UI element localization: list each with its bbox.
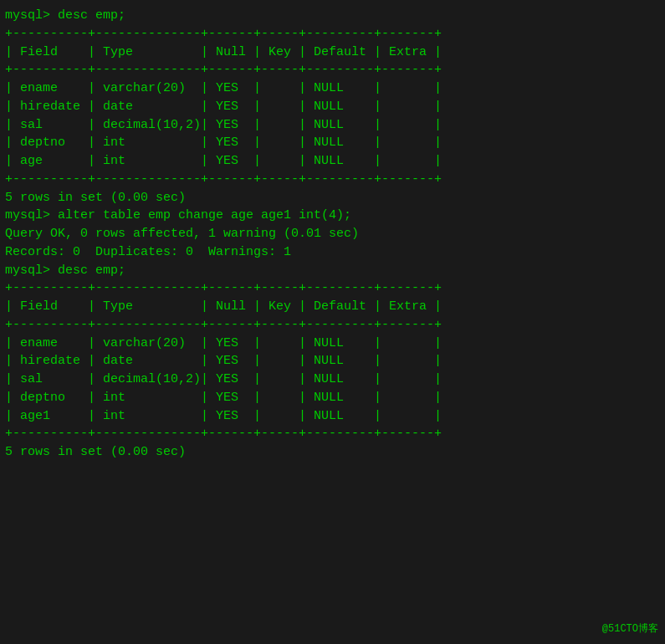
terminal-line: | deptno | int | YES | | NULL | | <box>5 389 660 407</box>
terminal-content: mysql> desc emp;+----------+------------… <box>5 7 660 462</box>
terminal-line: | Field | Type | Null | Key | Default | … <box>5 298 660 316</box>
terminal-line: | Field | Type | Null | Key | Default | … <box>5 43 660 62</box>
terminal-line: mysql> alter table emp change age age1 i… <box>5 207 660 225</box>
terminal-line: mysql> desc emp; <box>5 262 660 280</box>
terminal-line: 5 rows in set (0.00 sec) <box>5 189 660 207</box>
terminal-line: | sal | decimal(10,2)| YES | | NULL | | <box>5 371 660 389</box>
terminal-line: Records: 0 Duplicates: 0 Warnings: 1 <box>5 243 660 262</box>
terminal-line: | hiredate | date | YES | | NULL | | <box>5 352 660 371</box>
terminal-window: mysql> desc emp;+----------+------------… <box>5 7 660 637</box>
terminal-line: Query OK, 0 rows affected, 1 warning (0.… <box>5 225 660 243</box>
terminal-line: | hiredate | date | YES | | NULL | | <box>5 98 660 116</box>
terminal-line: +----------+--------------+------+-----+… <box>5 61 660 79</box>
terminal-line: +----------+--------------+------+-----+… <box>5 279 660 298</box>
terminal-line: | age1 | int | YES | | NULL | | <box>5 407 660 426</box>
watermark: @51CTO博客 <box>602 621 658 636</box>
terminal-line: +----------+--------------+------+-----+… <box>5 171 660 189</box>
terminal-line: +----------+--------------+------+-----+… <box>5 316 660 335</box>
terminal-line: | ename | varchar(20) | YES | | NULL | | <box>5 79 660 98</box>
terminal-line: | ename | varchar(20) | YES | | NULL | | <box>5 335 660 353</box>
terminal-line: | age | int | YES | | NULL | | <box>5 152 660 171</box>
terminal-line: +----------+--------------+------+-----+… <box>5 425 660 443</box>
terminal-line: 5 rows in set (0.00 sec) <box>5 443 660 462</box>
terminal-line: | deptno | int | YES | | NULL | | <box>5 134 660 152</box>
terminal-line: +----------+--------------+------+-----+… <box>5 25 660 43</box>
terminal-line: mysql> desc emp; <box>5 7 660 25</box>
terminal-line: | sal | decimal(10,2)| YES | | NULL | | <box>5 116 660 135</box>
